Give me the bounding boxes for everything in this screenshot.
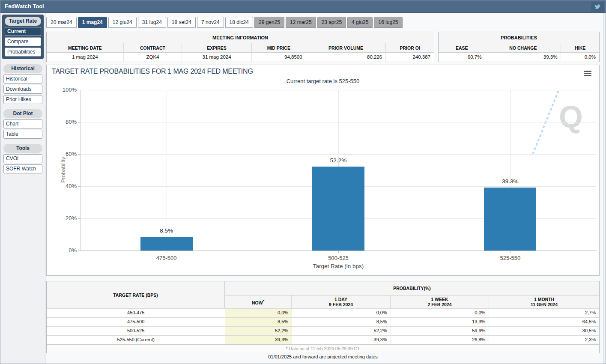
probability-row-525-550-current-: 525-550 (Current)39,3%39,3%26,8%2,3%: [47, 335, 599, 344]
chart-bar-500-525: [312, 167, 364, 251]
probability-table-body: 450-4750,0%0,0%0,0%2,7%475-5008,5%8,5%13…: [47, 308, 599, 344]
sidebar-item-chart[interactable]: Chart: [3, 119, 42, 128]
probability-row-450-475: 450-4750,0%0,0%0,0%2,7%: [47, 308, 599, 317]
probability-cell: 2,7%: [489, 309, 599, 317]
watermark-swoosh: [528, 89, 563, 161]
prob-col-header-1-month: 1 MONTH11 GEN 2024: [489, 295, 599, 308]
column-header-contract: CONTRACT: [124, 43, 182, 53]
meeting-information-panel: MEETING INFORMATION MEETING DATECONTRACT…: [46, 32, 434, 62]
tab-20-mar24[interactable]: 20 mar24: [46, 17, 77, 28]
column-value-prior-volume: 80.226: [306, 53, 386, 62]
x-gridline: [167, 90, 167, 251]
probability-cell: 59,9%: [391, 327, 490, 335]
sidebar-item-sofr-watch[interactable]: SOFR Watch: [3, 164, 42, 173]
probability-cell: 52,2%: [292, 327, 391, 335]
probability-cell: 8,5%: [225, 318, 292, 326]
y-tick-mark: [78, 186, 81, 187]
target-rate-bps-header: TARGET RATE (BPS): [47, 281, 225, 308]
sidebar-group-dot-plot: Dot PlotChartTable: [1, 109, 45, 139]
fedwatch-page: FedWatch Tool Target RateCurrentCompareP…: [0, 0, 606, 364]
sidebar-item-table[interactable]: Table: [3, 130, 42, 139]
prob-col-header-now: NOW*: [225, 295, 292, 308]
probability-columns: PROBABILITY(%) NOW*1 DAY9 FEB 20241 WEEK…: [225, 281, 599, 308]
sidebar-header-dot-plot[interactable]: Dot Plot: [3, 109, 42, 118]
probability-cell: 52,2%: [225, 327, 292, 335]
x-category-label: 500-525: [296, 255, 381, 261]
tab-12-mar25[interactable]: 12 mar25: [286, 17, 316, 28]
tab-7-nov24[interactable]: 7 nov24: [197, 17, 224, 28]
probability-cell: 13,3%: [391, 318, 490, 326]
tab-16-lug25[interactable]: 16 lug25: [374, 17, 402, 28]
rate-cell: 450-475: [47, 309, 225, 317]
column-value-prior-oi: 240.387: [386, 53, 434, 62]
chart-menu-button[interactable]: [584, 71, 592, 78]
y-tick-mark: [78, 154, 81, 155]
rate-cell: 500-525: [47, 327, 225, 335]
y-axis-title: Probability: [60, 131, 66, 209]
rate-cell: 525-550 (Current): [47, 336, 225, 344]
sidebar-item-downloads[interactable]: Downloads: [3, 85, 42, 94]
chart-title: TARGET RATE PROBABILITIES FOR 1 MAG 2024…: [52, 68, 253, 75]
probability-cell: 0,0%: [391, 309, 490, 317]
x-category-label: 525-550: [467, 255, 553, 261]
probability-cell: 64,5%: [489, 318, 599, 326]
column-header-ease: EASE: [439, 43, 485, 53]
sidebar-item-prior-hikes[interactable]: Prior Hikes: [3, 95, 42, 104]
probability-table-header: TARGET RATE (BPS) PROBABILITY(%) NOW*1 D…: [47, 281, 599, 308]
y-tick-label: 40%: [50, 183, 77, 189]
y-tick-label: 80%: [50, 119, 77, 125]
column-header-expires: EXPIRES: [182, 43, 252, 53]
x-tick-mark: [167, 251, 167, 253]
twitter-share-button[interactable]: [591, 2, 604, 12]
tab-1-mag24[interactable]: 1 mag24: [78, 17, 107, 28]
bar-value-label: 8.5%: [140, 227, 193, 234]
quikstrike-watermark: Q: [559, 101, 583, 132]
column-value-meeting-date: 1 mag 2024: [47, 53, 124, 62]
column-header-hike: HIKE: [561, 43, 599, 53]
probability-row-500-525: 500-52552,2%52,2%59,9%30,5%: [47, 326, 599, 335]
menu-icon: [584, 71, 591, 72]
app-title: FedWatch Tool: [5, 0, 44, 12]
bar-value-label: 39.3%: [484, 178, 536, 185]
projected-dates-note: 01/01/2025 and forward are projected mee…: [46, 354, 600, 359]
probability-cell: 0,0%: [225, 309, 292, 317]
tab-18-set24[interactable]: 18 set24: [167, 17, 196, 28]
sidebar-item-historical[interactable]: Historical: [3, 75, 42, 84]
tab-12-giu24[interactable]: 12 giu24: [108, 17, 137, 28]
sidebar-item-compare[interactable]: Compare: [5, 37, 41, 46]
sidebar-header-historical[interactable]: Historical: [3, 64, 42, 73]
chart-bar-525-550: [484, 188, 536, 251]
column-value-expires: 31 mag 2024: [182, 53, 252, 62]
column-value-ease: 60,7%: [439, 53, 485, 62]
sidebar: Target RateCurrentCompareProbabilitiesHi…: [1, 13, 45, 364]
column-value-contract: ZQK4: [124, 53, 182, 62]
tab-31-lug24[interactable]: 31 lug24: [138, 17, 166, 28]
sidebar-item-probabilities[interactable]: Probabilities: [5, 48, 41, 57]
top-bar: FedWatch Tool: [0, 0, 606, 13]
tab-23-apr25[interactable]: 23 apr25: [317, 17, 346, 28]
probabilities-values: 60,7%39,3%0,0%: [439, 53, 599, 62]
tab-18-dic24[interactable]: 18 dic24: [225, 17, 253, 28]
column-header-prior-oi: PRIOR OI: [386, 43, 434, 53]
sidebar-item-cvol[interactable]: CVOL: [3, 154, 42, 163]
sidebar-group-historical: HistoricalHistoricalDownloadsPrior Hikes: [1, 64, 45, 104]
meeting-information-values: 1 mag 2024ZQK431 mag 202494,850080.22624…: [47, 53, 434, 62]
tab-29-gen25[interactable]: 29 gen25: [254, 17, 284, 28]
data-as-of-footnote: * Data as of 11 feb 2024 05:29:39 CT: [47, 344, 599, 353]
column-value-no-change: 39,3%: [485, 53, 561, 62]
probabilities-headers: EASENO CHANGEHIKE: [439, 43, 599, 53]
sidebar-header-tools[interactable]: Tools: [3, 144, 42, 153]
sidebar-item-current[interactable]: Current: [5, 27, 41, 36]
meeting-information-headers: MEETING DATECONTRACTEXPIRESMID PRICEPRIO…: [47, 43, 434, 53]
x-category-label: 475-500: [124, 255, 209, 261]
y-tick-label: 100%: [50, 87, 77, 93]
column-value-mid-price: 94,8500: [252, 53, 306, 62]
twitter-icon: [594, 4, 601, 9]
y-tick-mark: [78, 251, 81, 251]
tab-4-giu25[interactable]: 4 giu25: [347, 17, 373, 28]
probability-cell: 30,5%: [489, 327, 599, 335]
probability-cell: 26,8%: [391, 336, 490, 344]
main-content: 20 mar241 mag2412 giu2431 lug2418 set247…: [45, 13, 603, 364]
sidebar-header-target-rate[interactable]: Target Rate: [5, 17, 41, 26]
column-header-prior-volume: PRIOR VOLUME: [306, 43, 386, 53]
